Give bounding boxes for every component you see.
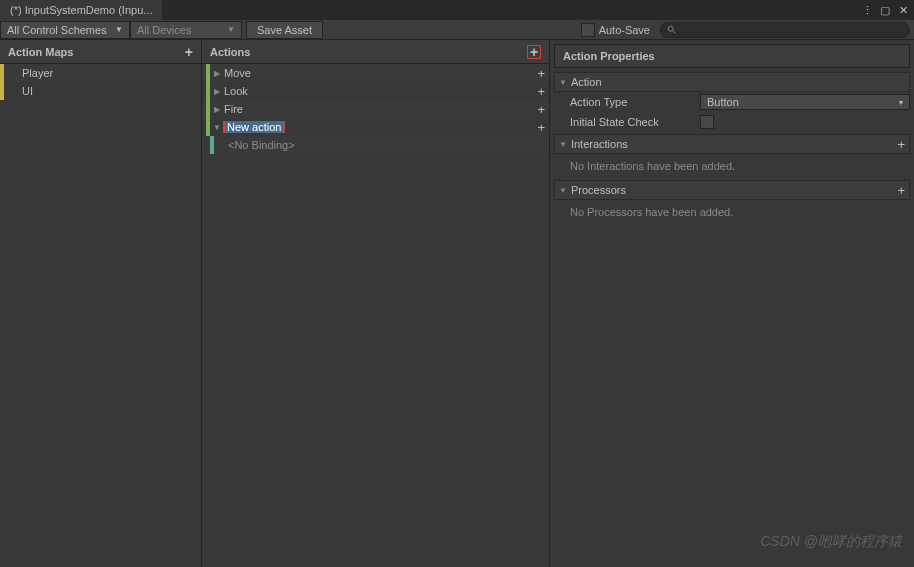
action-map-label: Player — [8, 67, 197, 79]
dropdown-label: All Devices — [137, 24, 191, 36]
action-type-field: Action Type Button ▾ — [554, 92, 910, 112]
processors-section-header[interactable]: ▼ Processors + — [554, 180, 910, 200]
section-title: Interactions — [571, 138, 897, 150]
section-title: Action — [571, 76, 905, 88]
binding-item[interactable]: <No Binding> — [202, 136, 549, 154]
initial-state-checkbox[interactable] — [700, 115, 714, 129]
chevron-down-icon: ▾ — [899, 98, 903, 107]
foldout-icon: ▼ — [559, 186, 567, 195]
action-map-label: UI — [8, 85, 197, 97]
action-maps-header: Action Maps + — [0, 40, 201, 64]
chevron-down-icon: ▼ — [227, 25, 235, 34]
window-controls: ⋮ ▢ ✕ — [860, 4, 914, 17]
actions-header: Actions + — [202, 40, 549, 64]
devices-dropdown[interactable]: All Devices ▼ — [130, 21, 242, 39]
section-title: Processors — [571, 184, 897, 196]
autosave-label: Auto-Save — [599, 24, 650, 36]
window-tab[interactable]: (*) InputSystemDemo (Inpu... — [0, 0, 162, 20]
action-item[interactable]: ▶ Look + — [202, 82, 549, 100]
color-bar — [210, 136, 214, 154]
actions-list: ▶ Move + ▶ Look + ▶ Fire + ▼ New action … — [202, 64, 549, 567]
field-label: Action Type — [570, 96, 700, 108]
action-map-item[interactable]: Player — [0, 64, 201, 82]
add-action-map-button[interactable]: + — [185, 44, 193, 60]
action-label: New action — [222, 121, 537, 133]
action-properties-panel: Action Properties ▼ Action Action Type B… — [550, 40, 914, 567]
color-bar — [206, 118, 210, 136]
add-interaction-button[interactable]: + — [897, 137, 905, 152]
save-asset-button[interactable]: Save Asset — [246, 21, 323, 39]
close-icon[interactable]: ✕ — [896, 4, 910, 17]
color-bar — [0, 64, 4, 82]
action-label: Move — [222, 67, 537, 79]
main-area: Action Maps + Player UI Actions + ▶ Move… — [0, 40, 914, 567]
action-item[interactable]: ▶ Move + — [202, 64, 549, 82]
binding-label: <No Binding> — [226, 139, 545, 151]
panel-title: Action Properties — [563, 50, 655, 62]
action-rename-input[interactable]: New action — [224, 121, 284, 133]
color-bar — [206, 100, 210, 118]
action-item[interactable]: ▶ Fire + — [202, 100, 549, 118]
add-binding-button[interactable]: + — [537, 84, 545, 99]
field-label: Initial State Check — [570, 116, 700, 128]
window-tabbar: (*) InputSystemDemo (Inpu... ⋮ ▢ ✕ — [0, 0, 914, 20]
chevron-down-icon: ▼ — [115, 25, 123, 34]
dropdown-label: All Control Schemes — [7, 24, 107, 36]
panel-title: Actions — [210, 46, 250, 58]
select-value: Button — [707, 96, 739, 108]
actions-panel: Actions + ▶ Move + ▶ Look + ▶ Fire + — [202, 40, 550, 567]
add-action-button[interactable]: + — [527, 45, 541, 59]
add-processor-button[interactable]: + — [897, 183, 905, 198]
action-maps-list: Player UI — [0, 64, 201, 567]
toolbar: All Control Schemes ▼ All Devices ▼ Save… — [0, 20, 914, 40]
action-item[interactable]: ▼ New action + — [202, 118, 549, 136]
interactions-empty-text: No Interactions have been added. — [554, 154, 910, 178]
action-section-header[interactable]: ▼ Action — [554, 72, 910, 92]
initial-state-check-field: Initial State Check — [554, 112, 910, 132]
svg-point-0 — [668, 26, 673, 31]
foldout-icon: ▼ — [559, 140, 567, 149]
interactions-section-header[interactable]: ▼ Interactions + — [554, 134, 910, 154]
search-input[interactable] — [660, 22, 910, 38]
menu-icon[interactable]: ⋮ — [860, 4, 874, 17]
color-bar — [206, 82, 210, 100]
foldout-icon[interactable]: ▼ — [212, 123, 222, 132]
panel-title: Action Maps — [8, 46, 73, 58]
autosave-checkbox[interactable] — [581, 23, 595, 37]
processors-empty-text: No Processors have been added. — [554, 200, 910, 224]
add-binding-button[interactable]: + — [537, 120, 545, 135]
svg-line-1 — [673, 30, 676, 33]
foldout-icon[interactable]: ▶ — [212, 87, 222, 96]
maximize-icon[interactable]: ▢ — [878, 4, 892, 17]
action-label: Look — [222, 85, 537, 97]
action-map-item[interactable]: UI — [0, 82, 201, 100]
action-type-dropdown[interactable]: Button ▾ — [700, 94, 910, 110]
action-label: Fire — [222, 103, 537, 115]
action-maps-panel: Action Maps + Player UI — [0, 40, 202, 567]
color-bar — [0, 82, 4, 100]
foldout-icon[interactable]: ▶ — [212, 69, 222, 78]
add-binding-button[interactable]: + — [537, 102, 545, 117]
foldout-icon: ▼ — [559, 78, 567, 87]
color-bar — [206, 64, 210, 82]
add-binding-button[interactable]: + — [537, 66, 545, 81]
properties-header: Action Properties — [554, 44, 910, 68]
control-schemes-dropdown[interactable]: All Control Schemes ▼ — [0, 21, 130, 39]
search-icon — [667, 25, 677, 35]
foldout-icon[interactable]: ▶ — [212, 105, 222, 114]
